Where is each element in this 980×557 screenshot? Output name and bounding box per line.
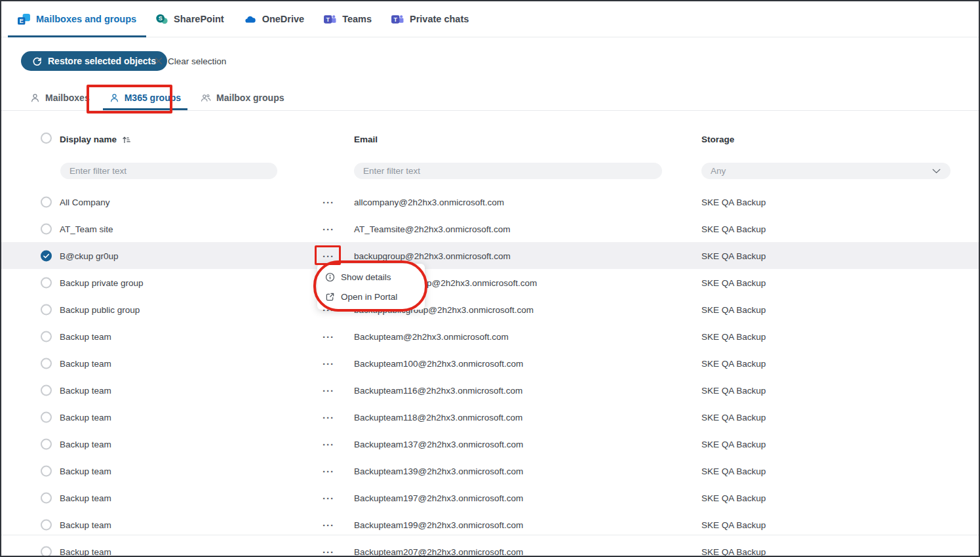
subtab-label: Mailboxes [45, 93, 90, 103]
table-row[interactable]: Backup team···Backupteam@2h2hx3.onmicros… [1, 323, 979, 350]
person-icon [30, 93, 40, 103]
tab-label: SharePoint [174, 14, 224, 24]
menu-item-open-in-portal[interactable]: Open in Portal [317, 287, 425, 306]
column-header-label: Storage [701, 134, 734, 144]
restore-button-label: Restore selected objects [48, 56, 156, 66]
table-row[interactable]: Backup team···Backupteam100@2h2hx3.onmic… [1, 350, 979, 377]
row-checkbox[interactable] [41, 196, 52, 207]
row-checkbox[interactable] [41, 223, 52, 234]
table-row[interactable]: AT_Team site···AT_Teamsite@2h2hx3.onmicr… [1, 215, 979, 242]
row-email: Backupteam139@2h2hx3.onmicrosoft.com [354, 466, 523, 476]
menu-item-label: Show details [341, 272, 391, 282]
tab-private-chats[interactable]: T Private chats [382, 1, 479, 37]
storage-filter-value: Any [711, 166, 726, 176]
row-checkbox[interactable] [41, 438, 52, 449]
row-display-name: Backup team [60, 412, 111, 422]
clear-selection-button[interactable]: Clear selection [155, 51, 226, 71]
select-all-radio[interactable] [41, 133, 52, 144]
menu-item-show-details[interactable]: Show details [317, 267, 425, 287]
menu-item-label: Open in Portal [341, 292, 397, 302]
row-checkbox[interactable] [41, 304, 52, 315]
subtab-label: M365 groups [125, 93, 181, 103]
row-email: Backupteam197@2h2hx3.onmicrosoft.com [354, 493, 523, 503]
row-email: Backupteam116@2h2hx3.onmicrosoft.com [354, 385, 522, 395]
people-icon [201, 93, 211, 103]
table-row[interactable]: Backup team···Backupteam207@2h2hx3.onmic… [1, 538, 979, 556]
column-header-display-name[interactable]: Display name [60, 134, 131, 144]
row-actions-ellipsis-button[interactable]: ··· [317, 223, 340, 234]
row-actions-ellipsis-button[interactable]: ··· [317, 492, 340, 503]
subtab-mailbox-groups[interactable]: Mailbox groups [191, 85, 293, 110]
row-display-name: Backup team [60, 439, 111, 449]
row-checkbox[interactable] [41, 465, 52, 476]
row-context-menu: Show details Open in Portal [317, 264, 425, 310]
tab-label: Teams [342, 14, 372, 24]
row-display-name: Backup team [60, 385, 111, 395]
row-checkbox[interactable] [41, 411, 52, 423]
chevron-down-icon [932, 169, 941, 174]
table-row[interactable]: Backup team···Backupteam116@2h2hx3.onmic… [1, 377, 979, 403]
tab-teams[interactable]: T Teams [314, 1, 382, 37]
table-row[interactable]: Backup team···Backupteam199@2h2hx3.onmic… [1, 511, 979, 538]
row-checkbox[interactable] [41, 492, 52, 503]
row-checkbox[interactable] [41, 546, 52, 556]
table-row[interactable]: Backup private group···backupprivategrou… [1, 269, 979, 296]
row-storage: SKE QA Backup [701, 547, 766, 556]
table-row[interactable]: Backup team···Backupteam118@2h2hx3.onmic… [1, 403, 979, 430]
storage-filter-select[interactable]: Any [701, 163, 951, 179]
table-row[interactable]: Backup public group···backuppublicgroup@… [1, 296, 979, 323]
restore-selected-objects-button[interactable]: Restore selected objects [21, 51, 167, 71]
tab-sharepoint[interactable]: S SharePoint [146, 1, 234, 37]
table-row[interactable]: Backup team···Backupteam137@2h2hx3.onmic… [1, 430, 979, 457]
row-checkbox[interactable] [41, 277, 52, 288]
row-checkbox[interactable] [41, 519, 52, 530]
row-email: Backupteam100@2h2hx3.onmicrosoft.com [354, 358, 523, 368]
subtab-label: Mailbox groups [216, 93, 284, 103]
subtab-mailboxes[interactable]: Mailboxes [21, 85, 99, 110]
row-actions-ellipsis-button[interactable]: ··· [317, 411, 340, 423]
refresh-icon [32, 56, 42, 66]
info-icon [325, 272, 335, 282]
row-storage: SKE QA Backup [701, 385, 766, 395]
table-body: All Company···allcompany@2h2hx3.onmicros… [1, 188, 979, 556]
row-actions-ellipsis-button[interactable]: ··· [317, 438, 340, 449]
row-email: Backupteam207@2h2hx3.onmicrosoft.com [354, 547, 523, 556]
subtab-m365-groups[interactable]: M365 groups [100, 85, 190, 110]
app-window: E Mailboxes and groups S SharePoint OneD… [0, 0, 980, 557]
teams-icon: T [324, 14, 336, 25]
row-actions-ellipsis-button[interactable]: ··· [317, 358, 340, 369]
chat-icon: T [391, 14, 404, 25]
row-actions-ellipsis-button[interactable]: ··· [317, 519, 340, 530]
table-row[interactable]: Backup team···Backupteam197@2h2hx3.onmic… [1, 484, 979, 511]
row-actions-ellipsis-button[interactable]: ··· [317, 384, 340, 396]
exchange-icon: E [18, 14, 30, 25]
svg-text:T: T [393, 16, 397, 22]
row-actions-ellipsis-button[interactable]: ··· [317, 196, 340, 207]
row-checkbox-checked[interactable] [41, 250, 52, 261]
column-header-email[interactable]: Email [354, 134, 378, 144]
row-actions-ellipsis-button[interactable]: ··· [317, 546, 340, 556]
row-display-name: Backup team [60, 493, 111, 503]
row-checkbox[interactable] [41, 384, 52, 396]
row-checkbox[interactable] [41, 358, 52, 369]
row-actions-ellipsis-button[interactable]: ··· [317, 331, 340, 342]
person-icon [109, 93, 119, 103]
row-actions-ellipsis-button[interactable]: ··· [317, 250, 340, 261]
row-storage: SKE QA Backup [701, 304, 766, 314]
table-row[interactable]: All Company···allcompany@2h2hx3.onmicros… [1, 188, 979, 215]
row-email: Backupteam137@2h2hx3.onmicrosoft.com [354, 439, 523, 449]
email-filter-input[interactable] [354, 163, 662, 179]
table-row[interactable]: Backup team···Backupteam139@2h2hx3.onmic… [1, 457, 979, 484]
tab-onedrive[interactable]: OneDrive [234, 1, 314, 37]
row-actions-ellipsis-button[interactable]: ··· [317, 465, 340, 476]
display-name-filter-input[interactable] [60, 163, 277, 179]
row-checkbox[interactable] [41, 331, 52, 342]
sort-ascending-icon[interactable] [122, 135, 131, 144]
table-row[interactable]: B@ckup gr0up···backupgroup@2h2hx3.onmicr… [1, 242, 979, 269]
column-header-storage[interactable]: Storage [701, 134, 734, 144]
tab-mailboxes-and-groups[interactable]: E Mailboxes and groups [8, 1, 146, 37]
svg-text:S: S [159, 15, 163, 22]
row-display-name: Backup team [60, 358, 111, 368]
row-display-name: Backup team [60, 466, 111, 476]
tab-label: Private chats [410, 14, 469, 24]
